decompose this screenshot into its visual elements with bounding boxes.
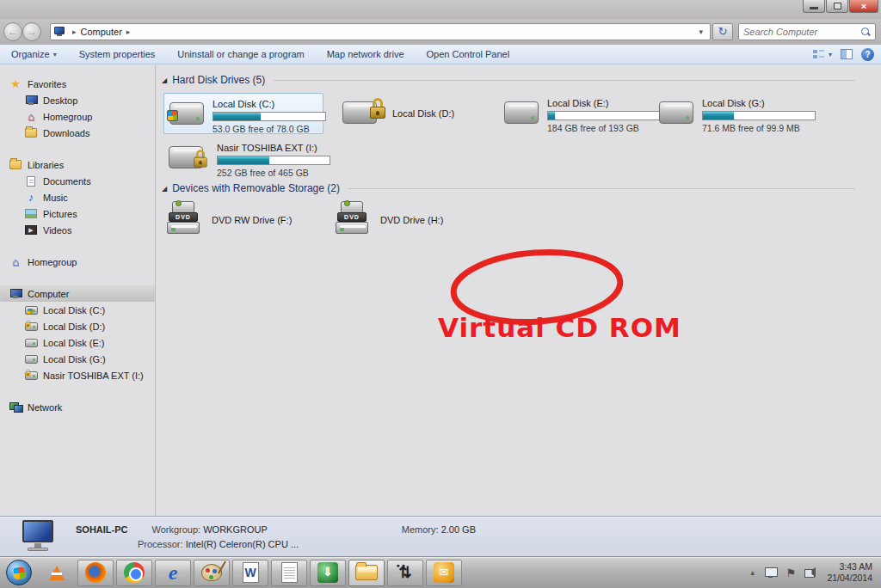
- change-view-button[interactable]: [813, 49, 825, 59]
- sidebar-item-toshiba-ext[interactable]: Nasir TOSHIBA EXT (I:): [0, 367, 155, 383]
- taskbar-outlook-button[interactable]: ✉: [426, 560, 462, 586]
- show-hidden-icons-button[interactable]: ▲: [749, 569, 756, 577]
- capacity-meter: [217, 156, 330, 165]
- sidebar-item-computer[interactable]: Computer: [0, 285, 155, 302]
- search-input[interactable]: [743, 27, 860, 37]
- refresh-icon: ↻: [718, 25, 728, 38]
- display-tray-icon[interactable]: [765, 567, 778, 579]
- computer-icon: [54, 27, 66, 37]
- drive-tile-toshiba-ext[interactable]: Nasir TOSHIBA EXT (I:) 252 GB free of 46…: [163, 138, 336, 179]
- workgroup-value: WORKGROUP: [203, 524, 268, 535]
- sidebar-item-network[interactable]: Network: [0, 399, 155, 415]
- drive-tile-dvd-rw-f[interactable]: DVD DVD RW Drive (F:): [163, 199, 318, 241]
- open-control-panel-button[interactable]: Open Control Panel: [416, 45, 521, 64]
- music-icon: ♪: [24, 192, 38, 204]
- people-transfer-icon: ⇅: [398, 564, 411, 581]
- sidebar-item-music[interactable]: ♪Music: [0, 189, 155, 205]
- taskbar-internet-explorer-button[interactable]: e: [155, 560, 191, 586]
- system-properties-button[interactable]: System properties: [68, 45, 167, 64]
- breadcrumb-computer[interactable]: Computer: [81, 27, 122, 37]
- address-bar[interactable]: ▸ Computer ▸ ▾: [50, 23, 711, 40]
- chevron-down-icon[interactable]: ▾: [829, 51, 832, 58]
- taskbar: e W ⇓ ⇅ ✉ ▲ ⚑ 3:43 AM 21/04/2014: [0, 556, 881, 588]
- taskbar-easy-transfer-button[interactable]: ⇅: [387, 560, 423, 586]
- outlook-icon: ✉: [434, 562, 454, 583]
- drive-icon: [24, 353, 38, 365]
- word-icon: W: [243, 562, 259, 583]
- drive-icon: [24, 337, 38, 349]
- clock-time: 3:43 AM: [827, 561, 872, 573]
- drive-name: Local Disk (E:): [547, 98, 661, 108]
- drive-tile-dvd-h[interactable]: DVD DVD Drive (H:): [332, 199, 487, 241]
- address-dropdown-icon[interactable]: ▾: [695, 28, 706, 36]
- sidebar-item-local-disk-e[interactable]: Local Disk (E:): [0, 334, 155, 351]
- clock-date: 21/04/2014: [827, 573, 872, 584]
- taskbar-idm-button[interactable]: ⇓: [310, 560, 346, 586]
- minimize-button[interactable]: [803, 0, 825, 13]
- sidebar-item-local-disk-c[interactable]: Local Disk (C:): [0, 302, 155, 318]
- refresh-button[interactable]: ↻: [712, 23, 733, 40]
- section-header-removable-storage[interactable]: ◢ Devices with Removable Storage (2): [162, 182, 855, 194]
- download-manager-icon: ⇓: [317, 562, 338, 583]
- sidebar-item-libraries[interactable]: Libraries: [0, 156, 155, 173]
- forward-button[interactable]: →: [22, 22, 41, 41]
- libraries-icon: [9, 159, 22, 171]
- section-header-hard-disk-drives[interactable]: ◢ Hard Disk Drives (5): [162, 74, 855, 86]
- hard-drive-icon: [657, 96, 695, 129]
- sidebar-item-videos[interactable]: ▶Videos: [0, 222, 155, 238]
- organize-button[interactable]: Organize ▾: [0, 45, 68, 64]
- network-tray-icon[interactable]: [804, 567, 816, 579]
- minimize-icon: [810, 7, 818, 9]
- taskbar-notepad-button[interactable]: [271, 560, 307, 586]
- videos-icon: ▶: [24, 224, 38, 236]
- sidebar-item-local-disk-d[interactable]: Local Disk (D:): [0, 318, 155, 334]
- map-network-drive-button[interactable]: Map network drive: [316, 45, 416, 64]
- taskbar-paint-button[interactable]: [194, 560, 230, 586]
- downloads-folder-icon: [24, 127, 38, 139]
- drive-tile-local-disk-e[interactable]: Local Disk (E:) 184 GB free of 193 GB: [499, 93, 659, 134]
- drive-tile-local-disk-g[interactable]: Local Disk (G:) 71.6 MB free of 99.9 MB: [654, 93, 814, 134]
- start-button[interactable]: [6, 560, 32, 585]
- dvd-drive-icon: DVD: [165, 201, 203, 237]
- sidebar-item-documents[interactable]: Documents: [0, 173, 155, 189]
- sidebar-item-favorites[interactable]: ★Favorites: [0, 76, 155, 92]
- free-space-text: 184 GB free of 193 GB: [547, 123, 661, 133]
- sidebar-item-downloads[interactable]: Downloads: [0, 125, 155, 141]
- drive-tile-local-disk-c[interactable]: Local Disk (C:) 53.0 GB free of 78.0 GB: [163, 93, 323, 134]
- action-center-icon[interactable]: ⚑: [786, 567, 797, 579]
- taskbar-clock[interactable]: 3:43 AM 21/04/2014: [827, 561, 872, 584]
- taskbar-explorer-button[interactable]: [348, 560, 385, 586]
- taskbar-firefox-button[interactable]: [77, 560, 114, 586]
- close-button[interactable]: ×: [849, 0, 878, 13]
- sidebar-item-pictures[interactable]: Pictures: [0, 205, 155, 222]
- sidebar-item-local-disk-g[interactable]: Local Disk (G:): [0, 351, 155, 367]
- locked-hard-drive-icon: [167, 141, 205, 174]
- computer-icon: [9, 288, 22, 300]
- sidebar-item-homegroup-root[interactable]: ⌂Homegroup: [0, 254, 155, 270]
- close-icon: ×: [861, 1, 866, 11]
- computer-name: SOHAIL-PC: [76, 524, 128, 535]
- title-bar[interactable]: ×: [0, 0, 881, 19]
- taskbar-word-button[interactable]: W: [232, 560, 268, 586]
- uninstall-program-button[interactable]: Uninstall or change a program: [166, 45, 315, 64]
- taskbar-vlc-button[interactable]: [39, 560, 75, 586]
- collapse-triangle-icon[interactable]: ◢: [162, 185, 167, 193]
- explorer-window: × ← → ▸ Computer ▸ ▾ ↻ Organize ▾ System…: [0, 0, 881, 588]
- back-button[interactable]: ←: [3, 22, 22, 41]
- sidebar-item-homegroup[interactable]: ⌂Homegroup: [0, 108, 155, 125]
- collapse-triangle-icon[interactable]: ◢: [162, 77, 167, 84]
- free-space-text: 71.6 MB free of 99.9 MB: [702, 123, 816, 133]
- preview-pane-button[interactable]: [841, 49, 853, 59]
- navigation-pane: ★Favorites Desktop ⌂Homegroup Downloads …: [0, 65, 156, 516]
- help-button[interactable]: ?: [861, 48, 874, 61]
- free-space-text: 252 GB free of 465 GB: [217, 168, 330, 178]
- details-pane: SOHAIL-PC Workgroup: WORKGROUP Memory: 2…: [0, 516, 881, 556]
- locked-hard-drive-icon: [341, 96, 379, 129]
- taskbar-chrome-button[interactable]: [116, 560, 152, 586]
- sidebar-item-desktop[interactable]: Desktop: [0, 92, 155, 108]
- drive-tile-local-disk-d[interactable]: Local Disk (D:): [337, 93, 484, 134]
- breadcrumb-arrow-icon[interactable]: ▸: [126, 28, 131, 36]
- search-box[interactable]: [738, 23, 876, 40]
- drive-icon: [24, 304, 38, 316]
- maximize-button[interactable]: [826, 0, 848, 13]
